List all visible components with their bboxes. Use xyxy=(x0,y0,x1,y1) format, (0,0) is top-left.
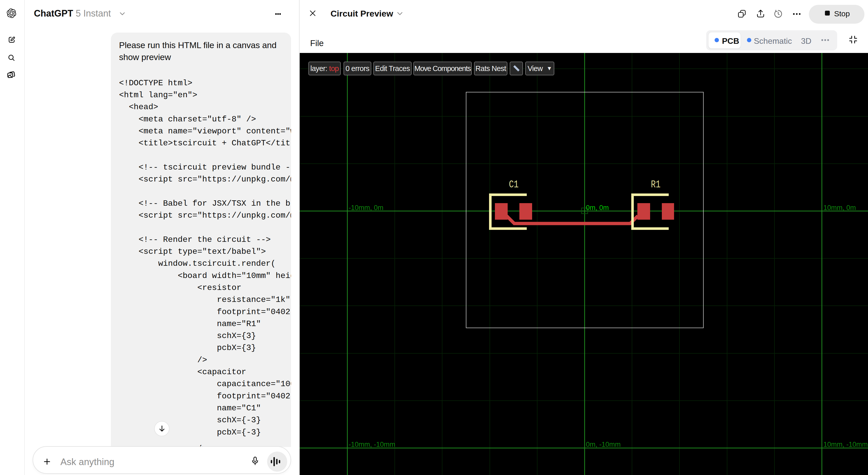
svg-text:R1: R1 xyxy=(651,179,660,191)
svg-text:0m, -10mm: 0m, -10mm xyxy=(586,441,621,448)
svg-text:-10mm, 0m: -10mm, 0m xyxy=(349,204,383,211)
svg-text:-10mm, -10mm: -10mm, -10mm xyxy=(349,441,395,448)
svg-text:10mm, 0m: 10mm, 0m xyxy=(824,204,856,211)
svg-text:10mm, -10mm: 10mm, -10mm xyxy=(824,441,868,448)
svg-text:0m, 0m: 0m, 0m xyxy=(586,204,609,211)
svg-text:C1: C1 xyxy=(509,179,519,191)
